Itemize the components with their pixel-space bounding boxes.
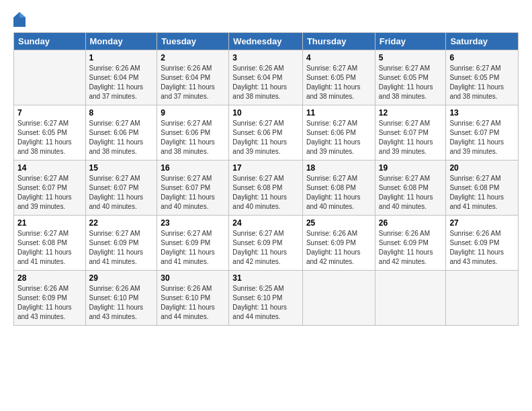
- day-number: 29: [89, 273, 154, 283]
- day-cell: 15Sunrise: 6:27 AM Sunset: 6:07 PM Dayli…: [85, 161, 157, 216]
- day-number: 30: [161, 273, 225, 283]
- day-info: Sunrise: 6:27 AM Sunset: 6:07 PM Dayligh…: [161, 174, 225, 212]
- day-cell: 14Sunrise: 6:27 AM Sunset: 6:07 PM Dayli…: [14, 161, 86, 216]
- day-number: 26: [379, 218, 443, 228]
- svg-marker-1: [19, 12, 26, 17]
- day-cell: 28Sunrise: 6:26 AM Sunset: 6:09 PM Dayli…: [14, 271, 86, 326]
- day-cell: 23Sunrise: 6:27 AM Sunset: 6:09 PM Dayli…: [157, 216, 229, 271]
- col-header-saturday: Saturday: [446, 33, 519, 50]
- calendar-header: SundayMondayTuesdayWednesdayThursdayFrid…: [14, 33, 519, 50]
- day-number: 17: [232, 163, 299, 173]
- col-header-tuesday: Tuesday: [157, 33, 229, 50]
- day-cell: 8Sunrise: 6:27 AM Sunset: 6:06 PM Daylig…: [85, 105, 157, 161]
- header-row: SundayMondayTuesdayWednesdayThursdayFrid…: [14, 33, 519, 50]
- day-info: Sunrise: 6:27 AM Sunset: 6:08 PM Dayligh…: [17, 229, 82, 267]
- day-cell: 1Sunrise: 6:26 AM Sunset: 6:04 PM Daylig…: [85, 50, 157, 105]
- week-row-3: 14Sunrise: 6:27 AM Sunset: 6:07 PM Dayli…: [14, 161, 519, 216]
- day-info: Sunrise: 6:26 AM Sunset: 6:04 PM Dayligh…: [89, 64, 154, 101]
- col-header-friday: Friday: [375, 33, 446, 50]
- day-info: Sunrise: 6:27 AM Sunset: 6:07 PM Dayligh…: [379, 119, 443, 156]
- day-number: 24: [232, 218, 299, 228]
- col-header-monday: Monday: [85, 33, 157, 50]
- day-info: Sunrise: 6:27 AM Sunset: 6:07 PM Dayligh…: [17, 174, 82, 212]
- week-row-1: 1Sunrise: 6:26 AM Sunset: 6:04 PM Daylig…: [14, 50, 519, 105]
- col-header-sunday: Sunday: [14, 33, 86, 50]
- day-info: Sunrise: 6:27 AM Sunset: 6:09 PM Dayligh…: [232, 229, 299, 267]
- day-number: 20: [449, 163, 515, 173]
- header: [13, 12, 519, 27]
- day-cell: 22Sunrise: 6:27 AM Sunset: 6:09 PM Dayli…: [85, 216, 157, 271]
- week-row-5: 28Sunrise: 6:26 AM Sunset: 6:09 PM Dayli…: [14, 271, 519, 326]
- day-info: Sunrise: 6:26 AM Sunset: 6:09 PM Dayligh…: [306, 229, 371, 267]
- day-number: 6: [449, 53, 515, 62]
- day-cell: 26Sunrise: 6:26 AM Sunset: 6:09 PM Dayli…: [375, 216, 446, 271]
- day-cell: [302, 271, 375, 326]
- day-number: 25: [306, 218, 371, 228]
- day-info: Sunrise: 6:26 AM Sunset: 6:09 PM Dayligh…: [17, 284, 82, 322]
- day-cell: 24Sunrise: 6:27 AM Sunset: 6:09 PM Dayli…: [229, 216, 303, 271]
- col-header-thursday: Thursday: [302, 33, 375, 50]
- day-cell: 20Sunrise: 6:27 AM Sunset: 6:08 PM Dayli…: [446, 161, 519, 216]
- day-cell: 29Sunrise: 6:26 AM Sunset: 6:10 PM Dayli…: [85, 271, 157, 326]
- day-number: 2: [161, 53, 225, 62]
- day-info: Sunrise: 6:26 AM Sunset: 6:04 PM Dayligh…: [161, 64, 225, 101]
- day-cell: 30Sunrise: 6:26 AM Sunset: 6:10 PM Dayli…: [157, 271, 229, 326]
- day-cell: 25Sunrise: 6:26 AM Sunset: 6:09 PM Dayli…: [302, 216, 375, 271]
- day-number: 9: [161, 108, 225, 118]
- logo-icon: [13, 12, 26, 27]
- day-number: 15: [89, 163, 154, 173]
- day-number: 11: [306, 108, 371, 118]
- day-cell: 19Sunrise: 6:27 AM Sunset: 6:08 PM Dayli…: [375, 161, 446, 216]
- day-info: Sunrise: 6:27 AM Sunset: 6:07 PM Dayligh…: [89, 174, 154, 212]
- day-number: 22: [89, 218, 154, 228]
- day-cell: 18Sunrise: 6:27 AM Sunset: 6:08 PM Dayli…: [302, 161, 375, 216]
- day-cell: 13Sunrise: 6:27 AM Sunset: 6:07 PM Dayli…: [446, 105, 519, 161]
- day-number: 12: [379, 108, 443, 118]
- day-cell: 6Sunrise: 6:27 AM Sunset: 6:05 PM Daylig…: [446, 50, 519, 105]
- day-info: Sunrise: 6:27 AM Sunset: 6:05 PM Dayligh…: [379, 64, 443, 101]
- day-info: Sunrise: 6:26 AM Sunset: 6:09 PM Dayligh…: [449, 229, 515, 267]
- day-cell: 11Sunrise: 6:27 AM Sunset: 6:06 PM Dayli…: [302, 105, 375, 161]
- day-info: Sunrise: 6:27 AM Sunset: 6:05 PM Dayligh…: [17, 119, 82, 156]
- day-cell: 12Sunrise: 6:27 AM Sunset: 6:07 PM Dayli…: [375, 105, 446, 161]
- day-info: Sunrise: 6:26 AM Sunset: 6:10 PM Dayligh…: [89, 284, 154, 322]
- day-info: Sunrise: 6:27 AM Sunset: 6:06 PM Dayligh…: [306, 119, 371, 156]
- day-number: 13: [449, 108, 515, 118]
- day-number: 1: [89, 53, 154, 62]
- day-number: 10: [232, 108, 299, 118]
- day-info: Sunrise: 6:27 AM Sunset: 6:06 PM Dayligh…: [89, 119, 154, 156]
- day-cell: 3Sunrise: 6:26 AM Sunset: 6:04 PM Daylig…: [229, 50, 303, 105]
- day-number: 19: [379, 163, 443, 173]
- day-number: 31: [232, 273, 299, 283]
- day-number: 16: [161, 163, 225, 173]
- day-cell: 2Sunrise: 6:26 AM Sunset: 6:04 PM Daylig…: [157, 50, 229, 105]
- day-cell: 27Sunrise: 6:26 AM Sunset: 6:09 PM Dayli…: [446, 216, 519, 271]
- calendar-body: 1Sunrise: 6:26 AM Sunset: 6:04 PM Daylig…: [14, 50, 519, 326]
- day-info: Sunrise: 6:27 AM Sunset: 6:08 PM Dayligh…: [379, 174, 443, 212]
- day-cell: [375, 271, 446, 326]
- day-cell: 10Sunrise: 6:27 AM Sunset: 6:06 PM Dayli…: [229, 105, 303, 161]
- day-info: Sunrise: 6:27 AM Sunset: 6:05 PM Dayligh…: [306, 64, 371, 101]
- day-info: Sunrise: 6:27 AM Sunset: 6:06 PM Dayligh…: [232, 119, 299, 156]
- day-info: Sunrise: 6:27 AM Sunset: 6:08 PM Dayligh…: [306, 174, 371, 212]
- day-info: Sunrise: 6:27 AM Sunset: 6:07 PM Dayligh…: [449, 119, 515, 156]
- day-number: 3: [232, 53, 299, 62]
- day-cell: [446, 271, 519, 326]
- day-cell: 16Sunrise: 6:27 AM Sunset: 6:07 PM Dayli…: [157, 161, 229, 216]
- week-row-2: 7Sunrise: 6:27 AM Sunset: 6:05 PM Daylig…: [14, 105, 519, 161]
- page: SundayMondayTuesdayWednesdayThursdayFrid…: [0, 0, 532, 411]
- day-info: Sunrise: 6:25 AM Sunset: 6:10 PM Dayligh…: [232, 284, 299, 322]
- day-cell: 7Sunrise: 6:27 AM Sunset: 6:05 PM Daylig…: [14, 105, 86, 161]
- day-number: 18: [306, 163, 371, 173]
- day-number: 14: [17, 163, 82, 173]
- day-cell: 31Sunrise: 6:25 AM Sunset: 6:10 PM Dayli…: [229, 271, 303, 326]
- day-number: 5: [379, 53, 443, 62]
- day-cell: 9Sunrise: 6:27 AM Sunset: 6:06 PM Daylig…: [157, 105, 229, 161]
- day-number: 4: [306, 53, 371, 62]
- day-number: 23: [161, 218, 225, 228]
- day-cell: 17Sunrise: 6:27 AM Sunset: 6:08 PM Dayli…: [229, 161, 303, 216]
- day-info: Sunrise: 6:27 AM Sunset: 6:06 PM Dayligh…: [161, 119, 225, 156]
- col-header-wednesday: Wednesday: [229, 33, 303, 50]
- day-cell: 5Sunrise: 6:27 AM Sunset: 6:05 PM Daylig…: [375, 50, 446, 105]
- day-cell: 21Sunrise: 6:27 AM Sunset: 6:08 PM Dayli…: [14, 216, 86, 271]
